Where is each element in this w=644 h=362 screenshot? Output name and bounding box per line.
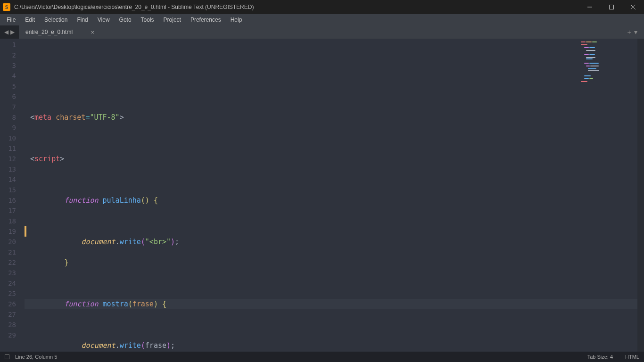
line-number: 19 [0, 226, 25, 237]
code-line [30, 216, 644, 226]
code-line: document.write("<br>"); [30, 237, 644, 247]
code-line: function mostra(frase) { [30, 299, 644, 309]
menu-view[interactable]: View [93, 16, 115, 23]
code-line [30, 174, 644, 185]
line-number: 17 [0, 206, 25, 216]
new-tab-icon[interactable]: + [627, 28, 631, 36]
tab-close-icon[interactable]: × [91, 29, 94, 36]
code-line: function pulaLinha() { [30, 195, 644, 206]
line-number: 14 [0, 174, 25, 185]
menu-edit[interactable]: Edit [20, 16, 40, 23]
menu-find[interactable]: Find [72, 16, 92, 23]
line-number: 15 [0, 185, 25, 195]
code-line: document.write(frase); [30, 340, 644, 351]
titlebar: S C:\Users\Victor\Desktop\logica\exercic… [0, 0, 644, 14]
line-number: 6 [0, 91, 25, 102]
line-number: 18 [0, 216, 25, 226]
tab-spacer [99, 25, 620, 39]
tab-prev-icon[interactable]: ◀ [4, 29, 8, 35]
tab-active[interactable]: entre_20_e_0.html × [19, 25, 99, 39]
line-number: 23 [0, 268, 25, 278]
line-number: 5 [0, 81, 25, 91]
minimize-button[interactable] [579, 0, 601, 14]
menu-file[interactable]: File [2, 16, 20, 23]
tab-nav: ◀ ▶ [0, 25, 19, 39]
line-number: 26 [0, 299, 25, 309]
code-line: <meta charset="UTF-8"> [30, 112, 644, 123]
app-logo-icon: S [3, 3, 10, 11]
line-number: 25 [0, 288, 25, 299]
code-area[interactable]: <meta charset="UTF-8"> <script> function… [25, 39, 644, 352]
modified-marker-icon [25, 226, 26, 237]
menu-preferences[interactable]: Preferences [186, 16, 226, 23]
line-number: 24 [0, 278, 25, 288]
window-title: C:\Users\Victor\Desktop\logica\exercicio… [14, 4, 579, 10]
line-number: 3 [0, 60, 25, 71]
editor[interactable]: 1 2 3 4 5 6 7 8 9 10 11 12 13 14 15 16 1… [0, 39, 644, 352]
line-number: 8 [0, 112, 25, 123]
code-line [30, 320, 644, 330]
tab-right-controls: + ▾ [620, 25, 644, 39]
code-line [30, 278, 644, 288]
line-number: 16 [0, 195, 25, 206]
menu-tools[interactable]: Tools [136, 16, 159, 23]
line-number: 21 [0, 247, 25, 257]
svg-rect-1 [610, 5, 614, 9]
line-number: 10 [0, 133, 25, 143]
line-number: 1 [0, 40, 25, 50]
line-number: 7 [0, 102, 25, 112]
code-line [30, 133, 644, 143]
tab-next-icon[interactable]: ▶ [10, 29, 15, 35]
line-number: 22 [0, 257, 25, 268]
line-number: 13 [0, 164, 25, 174]
menu-help[interactable]: Help [226, 16, 247, 23]
tab-overflow-icon[interactable]: ▾ [634, 28, 637, 36]
line-number: 4 [0, 71, 25, 81]
line-number: 9 [0, 123, 25, 133]
tab-area: ◀ ▶ entre_20_e_0.html × + ▾ [0, 25, 644, 39]
menu-project[interactable]: Project [159, 16, 186, 23]
close-button[interactable] [622, 0, 644, 14]
window-controls [579, 0, 644, 14]
panel-switcher-icon[interactable] [5, 354, 9, 359]
menu-goto[interactable]: Goto [115, 16, 136, 23]
line-number: 20 [0, 237, 25, 247]
code-line: } [30, 257, 644, 268]
line-number: 2 [0, 50, 25, 60]
line-number: 29 [0, 330, 25, 340]
menubar: File Edit Selection Find View Goto Tools… [0, 14, 644, 25]
line-number: 28 [0, 320, 25, 330]
tab-label: entre_20_e_0.html [25, 29, 73, 35]
menu-selection[interactable]: Selection [40, 16, 72, 23]
code-line: <script> [30, 154, 644, 164]
line-number: 11 [0, 143, 25, 154]
maximize-button[interactable] [601, 0, 622, 14]
line-number: 27 [0, 309, 25, 320]
gutter: 1 2 3 4 5 6 7 8 9 10 11 12 13 14 15 16 1… [0, 39, 25, 352]
line-number: 12 [0, 154, 25, 164]
